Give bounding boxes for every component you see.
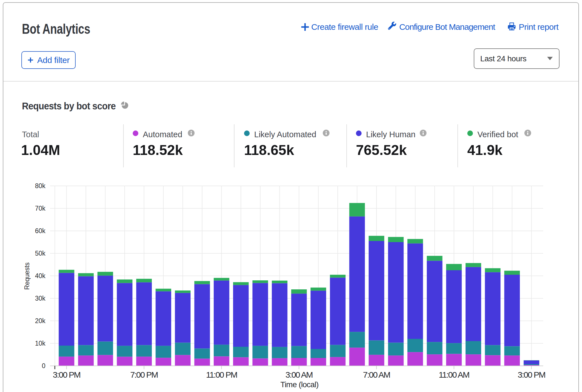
svg-text:50k: 50k [35,250,46,257]
svg-text:7:00 PM: 7:00 PM [130,370,158,379]
svg-text:0: 0 [42,362,46,370]
svg-text:Time (local): Time (local) [280,380,319,389]
svg-text:20k: 20k [35,317,46,325]
svg-text:3:00 AM: 3:00 AM [285,370,312,379]
svg-text:60k: 60k [35,227,46,235]
svg-text:11:00 AM: 11:00 AM [439,370,469,379]
svg-text:40k: 40k [35,272,46,280]
svg-text:3:00 PM: 3:00 PM [518,370,545,379]
svg-text:80k: 80k [35,182,46,190]
svg-text:3:00 PM: 3:00 PM [53,370,80,379]
svg-text:70k: 70k [35,205,46,212]
svg-text:10k: 10k [35,340,46,347]
svg-text:7:00 AM: 7:00 AM [363,370,390,379]
svg-text:30k: 30k [35,295,46,302]
svg-text:Requests: Requests [23,263,31,290]
svg-text:11:00 PM: 11:00 PM [206,370,237,379]
